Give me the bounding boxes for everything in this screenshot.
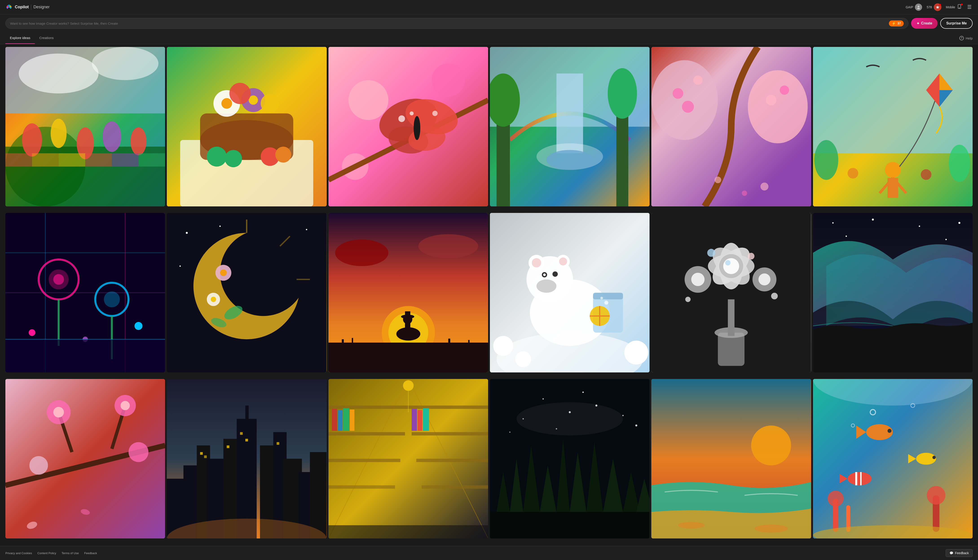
svg-rect-222 <box>422 485 488 488</box>
gaip-label: GAIP <box>906 5 913 9</box>
grid-item-underwater[interactable] <box>813 379 973 538</box>
svg-rect-125 <box>468 340 470 348</box>
boost-nav-item[interactable]: 578 <box>926 3 941 11</box>
surprise-me-button[interactable]: Surprise Me <box>940 18 973 29</box>
svg-rect-210 <box>277 442 279 445</box>
grid-item-flowers[interactable] <box>167 47 326 207</box>
svg-point-149 <box>600 297 603 299</box>
boost-count-value: 37 <box>898 22 901 25</box>
feedback-button[interactable]: 💬 Feedback <box>946 549 973 557</box>
svg-rect-17 <box>112 153 139 167</box>
lightning-icon: ⚡ <box>891 21 896 25</box>
svg-point-96 <box>134 322 142 330</box>
header-right: GAIP 578 Mobile <box>906 3 973 11</box>
mobile-nav-item[interactable]: Mobile <box>946 4 962 10</box>
svg-point-61 <box>673 88 683 99</box>
svg-point-177 <box>846 235 847 237</box>
svg-point-94 <box>29 329 35 336</box>
svg-point-175 <box>919 225 920 227</box>
grid-item-waterfall[interactable] <box>490 47 650 207</box>
svg-point-37 <box>348 80 388 120</box>
mobile-label: Mobile <box>946 5 955 9</box>
footer-privacy-link[interactable]: Privacy and Cookies <box>5 552 32 555</box>
grid-item-moon[interactable] <box>167 213 326 372</box>
svg-point-73 <box>885 162 901 178</box>
grid-item-sunset[interactable] <box>328 213 488 372</box>
svg-point-38 <box>431 63 465 97</box>
svg-rect-16 <box>85 153 112 167</box>
footer-terms-link[interactable]: Terms of Use <box>62 552 79 555</box>
grid-item-cherry[interactable] <box>651 47 811 207</box>
svg-point-71 <box>814 140 838 180</box>
svg-point-104 <box>180 265 181 267</box>
help-icon: ? <box>960 36 964 40</box>
footer-feedback-link[interactable]: Feedback <box>84 552 97 555</box>
grid-item-butterfly[interactable] <box>328 47 488 207</box>
svg-point-0 <box>918 6 919 7</box>
create-label: Create <box>921 21 933 25</box>
grid-item-tulips[interactable] <box>5 47 165 207</box>
grid-item-forest[interactable] <box>490 379 650 538</box>
svg-rect-206 <box>204 455 207 458</box>
search-input[interactable] <box>10 22 889 25</box>
grid-item-kite[interactable] <box>813 47 973 207</box>
svg-rect-228 <box>418 410 422 431</box>
svg-point-101 <box>219 225 221 227</box>
svg-point-45 <box>413 116 420 140</box>
svg-point-239 <box>622 415 624 416</box>
hamburger-button[interactable]: ☰ <box>966 3 973 11</box>
svg-point-30 <box>229 83 251 104</box>
grid-item-beach[interactable] <box>651 379 811 538</box>
svg-point-230 <box>403 380 413 391</box>
svg-point-120 <box>418 234 478 258</box>
svg-point-1 <box>917 8 920 9</box>
create-button[interactable]: ✦ Create <box>911 18 938 29</box>
grid-item-library[interactable] <box>328 379 488 538</box>
create-icon: ✦ <box>916 21 919 25</box>
gaip-nav-item[interactable]: GAIP <box>906 3 922 11</box>
mobile-icon <box>957 4 962 10</box>
svg-point-68 <box>761 183 769 191</box>
svg-point-113 <box>211 297 216 302</box>
grid-item-neon[interactable] <box>5 213 165 372</box>
svg-point-168 <box>707 249 716 257</box>
grid-item-polarbear[interactable] <box>490 213 650 372</box>
app-name: Copilot <box>15 5 29 9</box>
footer-content-policy-link[interactable]: Content Policy <box>37 552 56 555</box>
svg-point-165 <box>691 273 705 286</box>
svg-point-263 <box>828 491 844 507</box>
svg-rect-15 <box>59 153 85 167</box>
svg-point-89 <box>53 274 64 285</box>
svg-rect-255 <box>490 512 650 539</box>
svg-point-138 <box>559 258 567 266</box>
svg-point-148 <box>604 301 609 305</box>
svg-point-46 <box>398 115 405 122</box>
svg-rect-215 <box>328 406 408 409</box>
svg-point-20 <box>18 53 99 93</box>
svg-rect-97 <box>5 339 165 372</box>
svg-point-150 <box>493 336 513 356</box>
feedback-button-label: Feedback <box>955 551 969 555</box>
grid-item-citynight[interactable] <box>167 379 326 538</box>
svg-point-59 <box>651 60 718 140</box>
svg-point-257 <box>751 425 791 465</box>
grid-item-aurora[interactable] <box>813 213 973 372</box>
svg-point-66 <box>715 177 721 183</box>
grid-item-blossom[interactable] <box>5 379 165 538</box>
svg-rect-223 <box>332 409 337 431</box>
tab-explore-ideas[interactable]: Explore ideas <box>5 32 35 44</box>
svg-point-171 <box>771 293 778 300</box>
svg-rect-156 <box>728 299 735 336</box>
svg-point-176 <box>958 222 960 224</box>
svg-rect-227 <box>411 409 417 431</box>
help-area[interactable]: ? Help <box>960 36 973 40</box>
svg-point-169 <box>748 253 755 260</box>
svg-rect-218 <box>328 485 395 488</box>
boost-badge-icon <box>934 3 941 11</box>
svg-point-57 <box>537 143 603 170</box>
svg-point-272 <box>933 456 936 459</box>
svg-point-21 <box>92 47 158 80</box>
boost-count-badge: ⚡ 37 <box>889 20 904 27</box>
grid-item-jewel[interactable] <box>651 213 811 372</box>
tab-creations[interactable]: Creations <box>35 32 58 44</box>
